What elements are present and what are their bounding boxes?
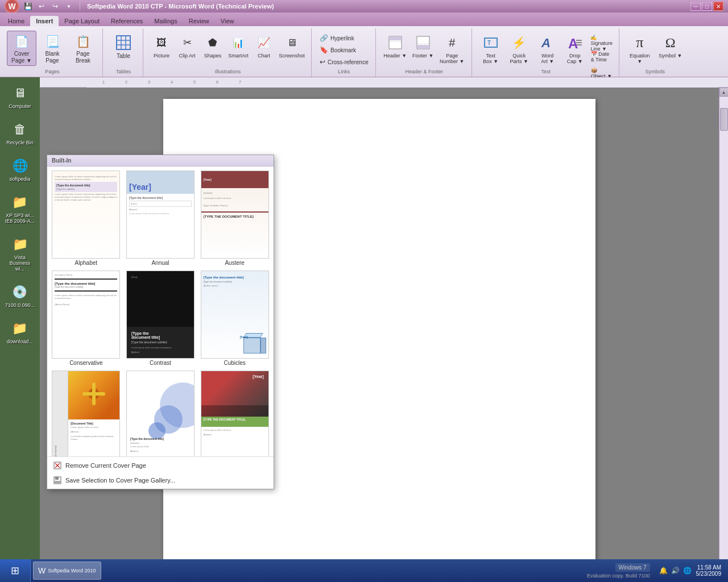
tab-review[interactable]: Review — [183, 16, 215, 26]
close-button[interactable]: ✕ — [713, 2, 723, 11]
taskbar-right: 🔔 🔊 🌐 11:58 AM 5/23/2009 — [655, 564, 729, 577]
wordart-icon: A — [539, 34, 557, 52]
signature-line-button[interactable]: ✍ Signature Line ▼ — [589, 33, 614, 49]
desktop-icon-xp[interactable]: 📁 XP SP3 wi...IE8 2009-A... — [3, 191, 38, 226]
template-motion[interactable]: [Year] [Type the document title] Lorem i… — [198, 369, 271, 456]
pages-group: 📄 CoverPage ▼ 📃 BlankPage 📋 PageBreak Pa… — [2, 28, 103, 77]
cross-reference-button[interactable]: ↩ Cross-reference — [317, 57, 371, 67]
desktop-icon-softpedia[interactable]: 🌐 softpedia — [7, 155, 33, 184]
text-box-button[interactable]: T TextBox ▼ — [478, 31, 504, 66]
minimize-button[interactable]: ─ — [690, 2, 701, 11]
bookmark-icon: 🔖 — [320, 46, 328, 54]
equation-button[interactable]: π Equation ▼ — [625, 31, 655, 66]
template-alphabet[interactable]: Lorem ipsum dolor sit amet consectetur a… — [49, 169, 123, 268]
header-icon — [386, 34, 404, 52]
illustrations-group: 🖼 Picture ✂ Clip Art ⬟ Shapes 📊 SmartArt — [144, 28, 312, 77]
symbols-group: π Equation ▼ Ω Symbol ▼ Symbols — [621, 28, 690, 77]
tray-icon-3: 🌐 — [683, 567, 692, 575]
scroll-thumb[interactable] — [720, 108, 728, 131]
tables-group-label: Tables — [116, 69, 131, 74]
template-austere[interactable]: [Year] [Subtitle] Lorem ipsum dolor sit … — [198, 169, 271, 268]
date-time-button[interactable]: 📅 Date & Time — [589, 49, 614, 65]
ruler: 1 2 3 4 5 6 7 — [40, 77, 728, 88]
svg-rect-22 — [55, 477, 59, 480]
shapes-icon: ⬟ — [204, 34, 222, 52]
tab-insert[interactable]: Insert — [30, 16, 59, 26]
taskbar: ⊞ W Softpedia Word 2010 Windows 7 Evalua… — [0, 559, 728, 582]
office-button[interactable]: W — [5, 0, 19, 14]
footer-icon — [414, 34, 432, 52]
svg-rect-23 — [55, 481, 60, 483]
bookmark-button[interactable]: 🔖 Bookmark — [317, 45, 371, 55]
page-break-button[interactable]: 📋 PageBreak — [68, 31, 98, 66]
redo-quick-btn[interactable]: ↪ — [49, 1, 61, 12]
template-grid: Lorem ipsum dolor sit amet consectetur a… — [47, 167, 274, 456]
symbol-button[interactable]: Ω Symbol ▼ — [656, 31, 685, 66]
desktop-icon-7100[interactable]: 💿 7100.0.090... — [3, 281, 38, 310]
qa-dropdown-btn[interactable]: ▼ — [63, 1, 75, 12]
smartart-button[interactable]: 📊 SmartArt — [226, 31, 251, 66]
taskbar-word[interactable]: W Softpedia Word 2010 — [33, 562, 101, 580]
vertical-scrollbar[interactable]: ▲ ▼ — [719, 88, 728, 582]
chart-button[interactable]: 📈 Chart — [251, 31, 276, 66]
desktop-sidebar: 🖥 Computer 🗑 Recycle Bin 🌐 softpedia 📁 X… — [0, 77, 40, 582]
template-mod[interactable]: [Type the document title] [Subtitle] Lor… — [124, 369, 197, 456]
drop-cap-button[interactable]: A DropCap ▼ — [562, 31, 588, 66]
save-quick-btn[interactable]: 💾 — [22, 1, 34, 12]
wordart-button[interactable]: A WordArt ▼ — [535, 31, 561, 66]
picture-button[interactable]: 🖼 Picture — [149, 31, 174, 66]
start-button[interactable]: ⊞ — [0, 559, 31, 582]
tab-mailings[interactable]: Mailings — [148, 16, 183, 26]
page-number-icon: # — [443, 34, 461, 52]
svg-rect-9 — [417, 45, 429, 49]
template-contrast[interactable]: [Year] [Type thedocument title] [Type th… — [124, 269, 197, 368]
dropdown-header: Built-In — [47, 155, 274, 167]
tab-page-layout[interactable]: Page Layout — [59, 16, 105, 26]
save-gallery-icon — [53, 476, 62, 485]
remove-icon — [53, 461, 62, 470]
picture-icon: 🖼 — [152, 34, 171, 52]
clock: 11:58 AM 5/23/2009 — [694, 564, 724, 577]
tray-icon-1: 🔔 — [659, 567, 668, 575]
clip-art-icon: ✂ — [178, 34, 196, 52]
table-button[interactable]: Table — [109, 31, 138, 66]
desktop-icon-recycle[interactable]: 🗑 Recycle Bin — [4, 118, 36, 148]
maximize-button[interactable]: □ — [702, 2, 712, 11]
template-cubicles[interactable]: [Type the document title] [Type the docu… — [198, 269, 271, 368]
page-break-icon: 📋 — [74, 34, 92, 49]
window-title: Softpedia Word 2010 CTP - Microsoft Word… — [87, 3, 274, 10]
quick-parts-button[interactable]: ⚡ QuickParts ▼ — [505, 31, 533, 66]
shapes-button[interactable]: ⬟ Shapes — [200, 31, 225, 66]
template-conservative[interactable]: [Company Name] [Type the document title]… — [49, 269, 123, 368]
text-group: T TextBox ▼ ⚡ QuickParts ▼ A — [473, 28, 619, 77]
remove-cover-page-button[interactable]: Remove Current Cover Page — [47, 458, 274, 473]
clip-art-button[interactable]: ✂ Clip Art — [175, 31, 200, 66]
desktop-icon-download[interactable]: 📁 download... — [5, 317, 35, 347]
footer-button[interactable]: Footer ▼ — [410, 31, 437, 66]
chart-icon: 📈 — [255, 34, 273, 52]
cross-ref-icon: ↩ — [320, 58, 325, 66]
hyperlink-button[interactable]: 🔗 Hyperlink — [317, 33, 371, 43]
cover-page-button[interactable]: 📄 CoverPage ▼ — [7, 31, 36, 66]
pages-group-label: Pages — [45, 69, 60, 74]
tab-home[interactable]: Home — [2, 16, 30, 26]
template-exposure[interactable]: [Company] — [49, 369, 123, 456]
scroll-track[interactable] — [720, 97, 728, 582]
desktop-icon-vista[interactable]: 📁 VistaBusiness wi... — [2, 233, 38, 274]
save-to-gallery-button[interactable]: Save Selection to Cover Page Gallery... — [47, 473, 274, 488]
tab-references[interactable]: References — [105, 16, 148, 26]
ribbon-tabs: Home Insert Page Layout References Maili… — [0, 13, 728, 26]
screenshot-button[interactable]: 🖥 Screenshot — [277, 31, 307, 66]
blank-page-button[interactable]: 📃 BlankPage — [38, 31, 67, 66]
page-number-button[interactable]: # PageNumber ▼ — [437, 31, 467, 66]
template-annual[interactable]: [Year] [Type the document title] Author … — [124, 169, 197, 268]
text-box-icon: T — [482, 34, 500, 52]
svg-text:A: A — [568, 36, 578, 51]
quick-parts-icon: ⚡ — [510, 34, 528, 52]
desktop-icon-computer[interactable]: 🖥 Computer — [6, 82, 34, 111]
undo-quick-btn[interactable]: ↩ — [35, 1, 48, 12]
tab-view[interactable]: View — [215, 16, 240, 26]
header-button[interactable]: Header ▼ — [382, 31, 409, 66]
scroll-up-button[interactable]: ▲ — [719, 88, 729, 97]
links-group: 🔗 Hyperlink 🔖 Bookmark ↩ Cross-reference… — [313, 28, 376, 77]
